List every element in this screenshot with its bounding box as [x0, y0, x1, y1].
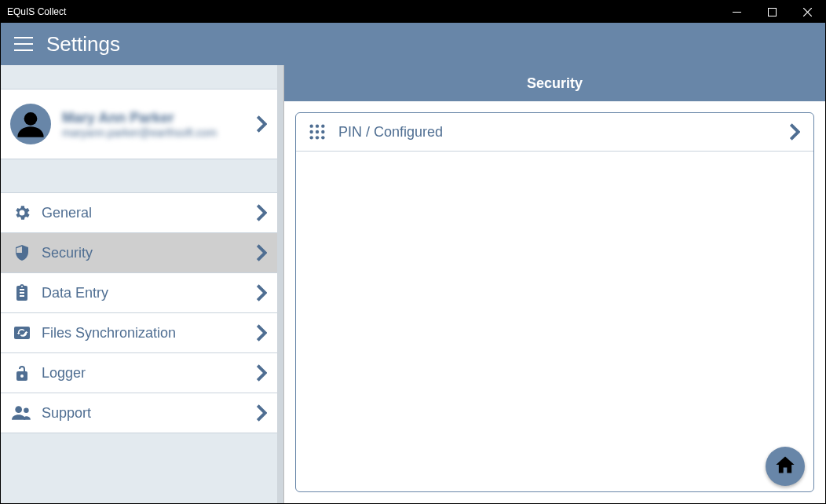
chevron-right-icon [252, 244, 271, 261]
window-title: EQuIS Collect [1, 6, 719, 17]
menu-button[interactable] [12, 32, 35, 56]
sidebar-item-label: Support [42, 405, 252, 422]
svg-point-5 [24, 112, 38, 126]
page-title: Settings [46, 32, 120, 57]
keypad-icon [305, 123, 329, 141]
sidebar: Mary Ann Parker maryann.parker@earthsoft… [1, 65, 284, 503]
svg-point-16 [316, 136, 319, 139]
maximize-button[interactable] [755, 1, 790, 23]
sidebar-scrollbar[interactable] [277, 65, 283, 503]
svg-point-13 [316, 130, 319, 133]
svg-point-14 [321, 130, 324, 133]
svg-point-8 [24, 408, 28, 414]
chevron-right-icon [252, 284, 271, 301]
pin-label: PIN / Configured [338, 124, 443, 141]
sidebar-item-data-entry[interactable]: Data Entry [1, 273, 277, 313]
svg-point-17 [321, 136, 324, 139]
svg-rect-4 [14, 49, 33, 51]
profile-text: Mary Ann Parker maryann.parker@earthsoft… [62, 110, 252, 139]
close-button[interactable] [790, 1, 825, 23]
clipboard-icon [10, 283, 34, 302]
svg-rect-3 [14, 43, 33, 45]
settings-card: PIN / Configured [295, 112, 814, 492]
profile-email: maryann.parker@earthsoft.com [62, 126, 252, 139]
main-body: PIN / Configured [284, 101, 825, 503]
sidebar-item-label: Security [42, 245, 252, 261]
svg-rect-0 [733, 12, 741, 13]
sidebar-item-general[interactable]: General [1, 192, 277, 233]
svg-point-15 [309, 136, 312, 139]
svg-rect-1 [769, 8, 777, 16]
chevron-right-icon [252, 324, 271, 341]
sidebar-spacer [1, 159, 283, 192]
chevron-right-icon [252, 364, 271, 382]
svg-point-7 [15, 406, 22, 413]
sidebar-item-label: General [42, 205, 252, 221]
svg-point-11 [321, 124, 324, 127]
lock-open-icon [10, 363, 34, 382]
titlebar: EQuIS Collect [1, 1, 825, 23]
profile-name: Mary Ann Parker [62, 110, 252, 126]
app-window: EQuIS Collect Settings [0, 0, 826, 504]
sidebar-item-logger[interactable]: Logger [1, 353, 277, 393]
chevron-right-icon [252, 404, 271, 422]
main-pane: Security PIN / Configured [284, 65, 825, 503]
gear-icon [10, 203, 34, 222]
svg-point-12 [309, 130, 312, 133]
shield-icon [10, 243, 34, 262]
home-button[interactable] [766, 447, 805, 486]
chevron-right-icon [785, 123, 804, 141]
chevron-right-icon [252, 204, 271, 221]
sidebar-item-files-sync[interactable]: Files Synchronization [1, 313, 277, 353]
avatar [10, 104, 51, 144]
sidebar-item-label: Logger [42, 365, 252, 382]
profile-item[interactable]: Mary Ann Parker maryann.parker@earthsoft… [1, 89, 277, 159]
window-controls [719, 1, 825, 23]
chevron-right-icon [252, 115, 271, 133]
minimize-button[interactable] [719, 1, 755, 23]
svg-rect-6 [14, 327, 30, 339]
content-area: Mary Ann Parker maryann.parker@earthsoft… [1, 65, 825, 503]
svg-rect-2 [14, 37, 33, 38]
people-icon [10, 404, 34, 422]
home-icon [774, 454, 796, 479]
sidebar-item-label: Files Synchronization [42, 325, 252, 341]
svg-point-10 [316, 124, 319, 127]
sidebar-item-label: Data Entry [42, 285, 252, 301]
app-header: Settings [1, 23, 825, 65]
sync-icon [10, 323, 34, 342]
sidebar-item-security[interactable]: Security [1, 233, 277, 273]
sidebar-item-support[interactable]: Support [1, 393, 277, 433]
svg-point-9 [309, 124, 312, 127]
main-title: Security [284, 65, 825, 101]
pin-item[interactable]: PIN / Configured [296, 113, 813, 152]
